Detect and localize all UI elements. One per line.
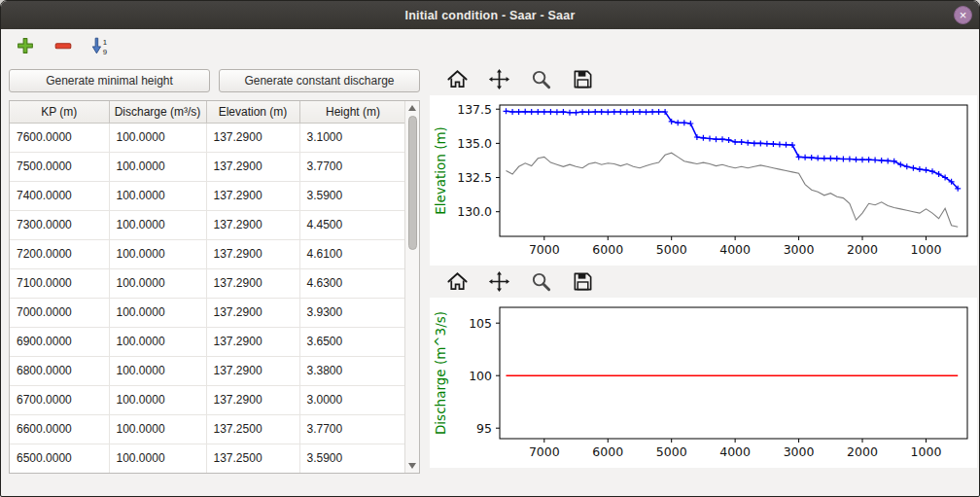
table-cell[interactable]: 4.6300 [299, 268, 406, 298]
table-cell[interactable]: 7500.0000 [10, 152, 109, 181]
table-row[interactable]: 7000.0000100.0000137.29003.9300 [10, 298, 406, 327]
main-toolbar: 1 9 [1, 29, 979, 62]
table-cell[interactable]: 3.3800 [299, 356, 406, 385]
discharge-plot-canvas[interactable]: 700060005000400030002000100095100105Disc… [430, 298, 977, 468]
sort-digit-bottom: 9 [103, 48, 107, 56]
elevation-plot-canvas[interactable]: 7000600050004000300020001000130.0132.513… [430, 95, 977, 266]
table-cell[interactable]: 7200.0000 [10, 239, 109, 268]
table-cell[interactable]: 3.0000 [299, 385, 406, 414]
table-cell[interactable]: 100.0000 [109, 298, 206, 327]
table-cell[interactable]: 100.0000 [109, 210, 206, 239]
generate-minimal-height-button[interactable]: Generate minimal height [9, 69, 210, 92]
elevation-zoom-button[interactable] [529, 67, 553, 91]
table-cell[interactable]: 137.2900 [206, 268, 299, 298]
table-cell[interactable]: 137.2500 [206, 414, 299, 444]
data-table[interactable]: KP (m)Discharge (m³/s)Elevation (m)Heigh… [10, 101, 407, 474]
table-cell[interactable]: 3.1000 [299, 123, 406, 152]
table-cell[interactable]: 3.5900 [299, 181, 406, 210]
table-cell[interactable]: 137.2900 [206, 356, 299, 385]
table-cell[interactable]: 100.0000 [109, 268, 206, 298]
elevation-pan-button[interactable] [487, 67, 511, 91]
table-cell[interactable]: 100.0000 [109, 123, 206, 152]
close-button[interactable]: × [954, 6, 972, 24]
table-cell[interactable]: 137.2900 [206, 123, 299, 152]
table-row[interactable]: 6600.0000100.0000137.25003.7700 [10, 414, 406, 444]
table-cell[interactable]: 100.0000 [109, 385, 206, 414]
table-scrollbar[interactable] [404, 101, 419, 473]
content-area: Generate minimal height Generate constan… [1, 62, 979, 496]
generate-constant-discharge-button[interactable]: Generate constant discharge [219, 69, 420, 92]
table-cell[interactable]: 137.2900 [206, 152, 299, 181]
table-cell[interactable]: 137.2900 [206, 239, 299, 268]
table-cell[interactable]: 6500.0000 [10, 444, 109, 473]
left-panel: Generate minimal height Generate constan… [1, 62, 426, 496]
table-cell[interactable]: 7100.0000 [10, 268, 109, 298]
table-row[interactable]: 7500.0000100.0000137.29003.7700 [10, 152, 406, 181]
discharge-pan-button[interactable] [487, 269, 511, 294]
table-cell[interactable]: 6800.0000 [10, 356, 109, 385]
zoom-icon [530, 68, 552, 90]
elevation-plot-toolbar [430, 63, 977, 95]
table-cell[interactable]: 7600.0000 [10, 123, 109, 152]
table-cell[interactable]: 3.7700 [299, 152, 406, 181]
discharge-home-button[interactable] [445, 269, 470, 294]
table-row[interactable]: 7400.0000100.0000137.29003.5900 [10, 181, 406, 210]
table-cell[interactable]: 100.0000 [109, 327, 206, 356]
elevation-home-button[interactable] [445, 67, 470, 91]
table-cell[interactable]: 7000.0000 [10, 298, 109, 327]
discharge-save-button[interactable] [571, 269, 595, 294]
table-cell[interactable]: 3.9300 [299, 298, 406, 327]
sort-descending-icon: 1 9 [90, 35, 112, 56]
table-cell[interactable]: 7400.0000 [10, 181, 109, 210]
table-cell[interactable]: 137.2900 [206, 181, 299, 210]
table-row[interactable]: 7300.0000100.0000137.29004.4500 [10, 210, 406, 239]
table-cell[interactable]: 6700.0000 [10, 385, 109, 414]
table-cell[interactable]: 3.6500 [299, 327, 406, 356]
add-row-button[interactable] [13, 33, 38, 58]
discharge-zoom-button[interactable] [529, 269, 553, 294]
column-header[interactable]: KP (m) [10, 101, 109, 123]
scroll-down-icon[interactable] [408, 463, 416, 469]
table-cell[interactable]: 100.0000 [109, 444, 206, 473]
table-cell[interactable]: 137.2900 [206, 327, 299, 356]
table-cell[interactable]: 137.2900 [206, 210, 299, 239]
table-cell[interactable]: 100.0000 [109, 152, 206, 181]
y-axis-label: Discharge (m^3/s) [433, 311, 448, 435]
table-cell[interactable]: 137.2900 [206, 298, 299, 327]
table-row[interactable]: 7100.0000100.0000137.29004.6300 [10, 268, 406, 298]
x-tick-label: 7000 [529, 242, 560, 257]
table-cell[interactable]: 100.0000 [109, 239, 206, 268]
y-axis-label: Elevation (m) [433, 126, 448, 215]
scrollbar-thumb[interactable] [408, 116, 417, 250]
table-cell[interactable]: 6900.0000 [10, 327, 109, 356]
table-cell[interactable]: 137.2500 [206, 444, 299, 473]
scroll-up-icon[interactable] [408, 105, 416, 111]
column-header[interactable]: Discharge (m³/s) [109, 101, 206, 123]
table-cell[interactable]: 3.5900 [299, 444, 406, 473]
table-cell[interactable]: 6600.0000 [10, 414, 109, 444]
table-cell[interactable]: 137.2900 [206, 385, 299, 414]
sort-button[interactable]: 1 9 [88, 33, 114, 58]
table-row[interactable]: 7200.0000100.0000137.29004.6100 [10, 239, 406, 268]
table-cell[interactable]: 7300.0000 [10, 210, 109, 239]
table-row[interactable]: 6800.0000100.0000137.29003.3800 [10, 356, 406, 385]
home-icon [446, 68, 469, 90]
table-cell[interactable]: 100.0000 [109, 414, 206, 444]
pan-icon [488, 270, 510, 293]
table-cell[interactable]: 100.0000 [109, 356, 206, 385]
y-tick-label: 100 [469, 369, 492, 383]
table-row[interactable]: 7600.0000100.0000137.29003.1000 [10, 123, 406, 152]
table-cell[interactable]: 100.0000 [109, 181, 206, 210]
titlebar[interactable]: Initial condition - Saar - Saar × [1, 1, 979, 29]
column-header[interactable]: Height (m) [299, 101, 406, 123]
add-icon [15, 35, 36, 56]
table-cell[interactable]: 3.7700 [299, 414, 406, 444]
table-cell[interactable]: 4.6100 [299, 239, 406, 268]
remove-row-button[interactable] [51, 33, 76, 58]
table-row[interactable]: 6500.0000100.0000137.25003.5900 [10, 444, 406, 473]
table-row[interactable]: 6700.0000100.0000137.29003.0000 [10, 385, 406, 414]
elevation-save-button[interactable] [571, 67, 595, 91]
table-cell[interactable]: 4.4500 [299, 210, 406, 239]
table-row[interactable]: 6900.0000100.0000137.29003.6500 [10, 327, 406, 356]
column-header[interactable]: Elevation (m) [206, 101, 299, 123]
